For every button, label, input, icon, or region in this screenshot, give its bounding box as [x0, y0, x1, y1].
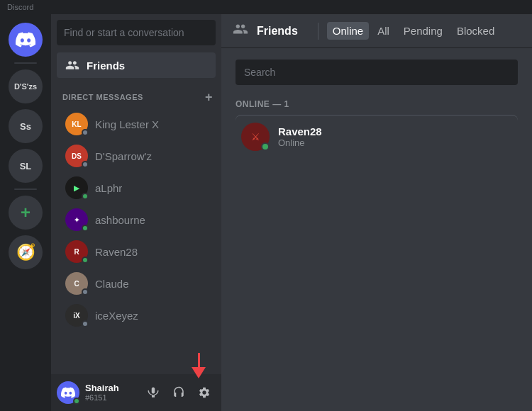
microphone-button[interactable] [142, 381, 165, 404]
friends-header: Friends Online All Pending Blocked [221, 14, 532, 48]
dm-name-ashbourne: ashbourne [95, 214, 145, 226]
current-user-name: Shairah [85, 383, 119, 394]
avatar-icexeyez: iX [65, 304, 88, 327]
status-dot-alphr [82, 193, 89, 200]
settings-arrow-indicator [192, 353, 206, 378]
search-bar[interactable]: Find or start a conversation [57, 20, 216, 45]
avatar-claude: C [65, 272, 88, 295]
status-dot-claude [82, 288, 89, 295]
server-icon-home[interactable] [9, 23, 43, 57]
friends-search-bar[interactable]: Search [235, 60, 518, 85]
current-user-tag: #6151 [85, 393, 119, 402]
friends-content: Search ONLINE — 1 ⚔ Raven28 Online [221, 48, 532, 411]
friend-name-raven: Raven28 [278, 125, 512, 137]
friends-nav-item[interactable]: Friends [57, 52, 216, 78]
dm-add-button[interactable]: + [205, 91, 213, 103]
server-icon-add[interactable]: + [9, 196, 43, 230]
server-divider-2 [14, 188, 37, 190]
dm-item-alphr[interactable]: ▶ aLphr [57, 172, 216, 203]
dm-section-label: DIRECT MESSAGES [62, 93, 143, 101]
dm-section-header: DIRECT MESSAGES + [51, 85, 221, 106]
headset-button[interactable] [167, 381, 190, 404]
server-icon-sl[interactable]: SL [9, 149, 43, 183]
header-divider [318, 23, 318, 40]
dm-name-claude: Claude [95, 278, 129, 290]
avatar-king: KL [65, 113, 88, 135]
friend-status-text-raven: Online [278, 137, 512, 148]
friends-header-icon [233, 21, 248, 40]
add-server-icon: + [21, 203, 31, 223]
tab-blocked[interactable]: Blocked [451, 22, 500, 40]
title-bar: Discord [0, 0, 532, 14]
status-dot-dsparrow [82, 161, 89, 168]
dm-item-icexeyez[interactable]: iX iceXeyez [57, 300, 216, 331]
friend-avatar-raven: ⚔ [241, 123, 270, 151]
dm-name-icexeyez: iceXeyez [95, 310, 138, 322]
tab-all[interactable]: All [372, 22, 395, 40]
server-icon-ss[interactable]: Ss [9, 109, 43, 143]
dm-panel: Find or start a conversation Friends DIR… [51, 14, 221, 411]
server-abbr-ss: Ss [20, 121, 31, 132]
dm-name-king: King Lester X [95, 118, 159, 130]
dm-item-dsparrow[interactable]: DS D'Sparrow'z [57, 140, 216, 171]
friend-item-raven[interactable]: ⚔ Raven28 Online [235, 115, 518, 158]
status-dot-icexeyez [82, 320, 89, 327]
user-name-section: Shairah #6151 [85, 383, 119, 403]
friend-status-raven [261, 142, 270, 151]
server-list: D'S'zs Ss SL + 🧭 [0, 14, 51, 411]
dm-name-alphr: aLphr [95, 182, 122, 194]
tab-pending[interactable]: Pending [398, 22, 448, 40]
dm-name-dsparrow: D'Sparrow'z [95, 150, 152, 162]
dm-list: KL King Lester X DS D'Sparrow'z ▶ [51, 106, 221, 374]
tab-online[interactable]: Online [327, 22, 369, 40]
server-divider [14, 62, 37, 64]
dm-item-raven[interactable]: R Raven28 [57, 236, 216, 267]
friends-header-title: Friends [257, 25, 298, 38]
dm-item-claude[interactable]: C Claude [57, 268, 216, 299]
server-icon-discover[interactable]: 🧭 [9, 235, 43, 269]
app-title: Discord [7, 3, 33, 11]
dm-item-king[interactable]: KL King Lester X [57, 108, 216, 140]
avatar-dsparrow: DS [65, 145, 88, 167]
server-icon-ds[interactable]: D'S'zs [9, 69, 43, 103]
friends-search-placeholder: Search [244, 67, 275, 78]
server-abbr-sl: SL [20, 161, 32, 171]
user-area: Shairah #6151 [51, 374, 221, 411]
status-dot-ashbourne [82, 225, 89, 232]
avatar-alphr: ▶ [65, 176, 88, 199]
avatar-ashbourne: ✦ [65, 208, 88, 231]
friends-nav-icon [65, 58, 79, 72]
status-dot-raven [82, 257, 89, 264]
discover-icon: 🧭 [16, 243, 35, 261]
search-placeholder: Find or start a conversation [64, 27, 184, 38]
current-user-avatar [57, 381, 79, 404]
main-content: Friends Online All Pending Blocked Searc… [221, 14, 532, 411]
server-abbr-ds: D'S'zs [14, 82, 37, 91]
user-info: Shairah #6151 [57, 381, 138, 404]
dm-item-ashbourne[interactable]: ✦ ashbourne [57, 204, 216, 235]
settings-button[interactable] [193, 381, 216, 404]
current-user-status [73, 398, 80, 405]
avatar-raven: R [65, 240, 88, 263]
user-controls [142, 381, 216, 404]
online-count-header: ONLINE — 1 [235, 99, 518, 109]
status-dot-king [82, 129, 89, 136]
friends-nav-label: Friends [87, 60, 125, 72]
friend-info-raven: Raven28 Online [278, 125, 512, 148]
dm-name-raven: Raven28 [95, 246, 138, 258]
